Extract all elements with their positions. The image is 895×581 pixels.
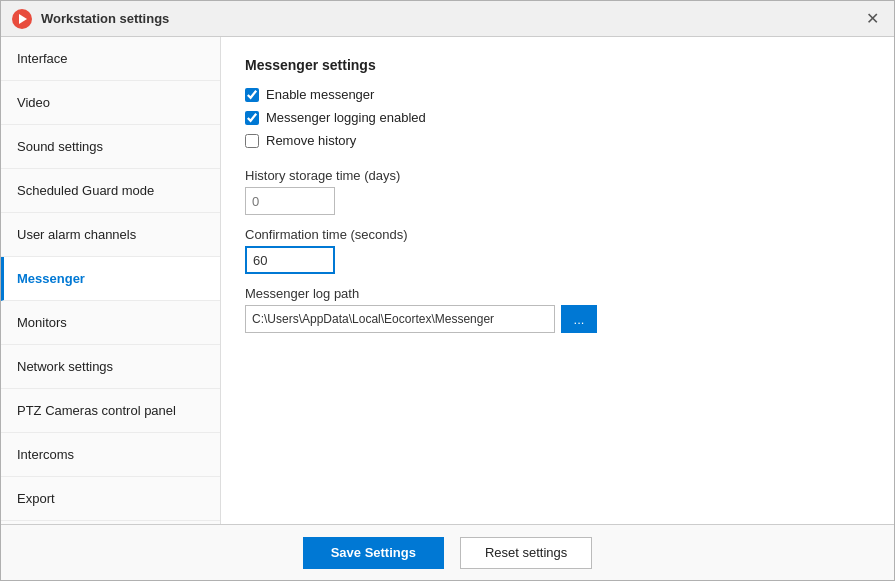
sidebar-item-user-alarm-channels[interactable]: User alarm channels — [1, 213, 220, 257]
enable-messenger-label: Enable messenger — [266, 87, 374, 102]
enable-messenger-checkbox[interactable] — [245, 88, 259, 102]
sidebar-item-export[interactable]: Export — [1, 477, 220, 521]
remove-history-checkbox[interactable] — [245, 134, 259, 148]
remove-history-row: Remove history — [245, 133, 870, 148]
sidebar-item-intercoms[interactable]: Intercoms — [1, 433, 220, 477]
sidebar-item-ptz-cameras-control-panel[interactable]: PTZ Cameras control panel — [1, 389, 220, 433]
browse-button[interactable]: ... — [561, 305, 597, 333]
footer: Save Settings Reset settings — [1, 524, 894, 580]
title-bar: Workstation settings ✕ — [1, 1, 894, 37]
path-row: ... — [245, 305, 870, 333]
confirmation-time-input[interactable] — [245, 246, 335, 274]
save-settings-button[interactable]: Save Settings — [303, 537, 444, 569]
content-area: InterfaceVideoSound settingsScheduled Gu… — [1, 37, 894, 524]
messenger-log-path-label: Messenger log path — [245, 286, 870, 301]
history-storage-input[interactable] — [245, 187, 335, 215]
section-title: Messenger settings — [245, 57, 870, 73]
sidebar-item-sound-settings[interactable]: Sound settings — [1, 125, 220, 169]
remove-history-label: Remove history — [266, 133, 356, 148]
messenger-logging-checkbox[interactable] — [245, 111, 259, 125]
reset-settings-button[interactable]: Reset settings — [460, 537, 592, 569]
sidebar-item-monitors[interactable]: Monitors — [1, 301, 220, 345]
close-button[interactable]: ✕ — [860, 7, 884, 31]
workstation-settings-window: Workstation settings ✕ InterfaceVideoSou… — [0, 0, 895, 581]
app-icon — [11, 8, 33, 30]
messenger-log-path-input[interactable] — [245, 305, 555, 333]
sidebar-item-video[interactable]: Video — [1, 81, 220, 125]
sidebar-item-interface[interactable]: Interface — [1, 37, 220, 81]
messenger-logging-row: Messenger logging enabled — [245, 110, 870, 125]
enable-messenger-row: Enable messenger — [245, 87, 870, 102]
history-storage-group: History storage time (days) — [245, 168, 870, 215]
sidebar: InterfaceVideoSound settingsScheduled Gu… — [1, 37, 221, 524]
messenger-logging-label: Messenger logging enabled — [266, 110, 426, 125]
sidebar-item-network-settings[interactable]: Network settings — [1, 345, 220, 389]
messenger-log-path-group: Messenger log path ... — [245, 286, 870, 333]
confirmation-time-group: Confirmation time (seconds) — [245, 227, 870, 274]
sidebar-item-scheduled-guard-mode[interactable]: Scheduled Guard mode — [1, 169, 220, 213]
window-title: Workstation settings — [41, 11, 860, 26]
history-storage-label: History storage time (days) — [245, 168, 870, 183]
confirmation-time-label: Confirmation time (seconds) — [245, 227, 870, 242]
main-panel: Messenger settings Enable messenger Mess… — [221, 37, 894, 524]
sidebar-item-messenger[interactable]: Messenger — [1, 257, 220, 301]
